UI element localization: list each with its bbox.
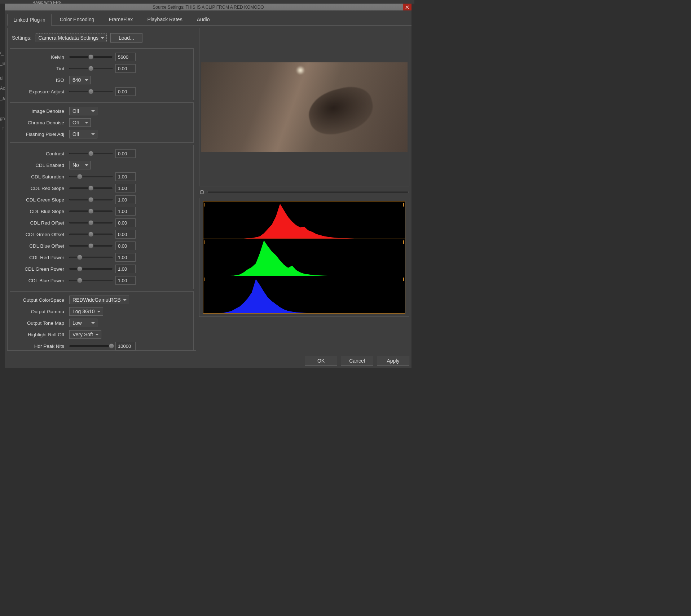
cdl_blue_slope-slider-thumb[interactable] <box>88 209 94 214</box>
cdl_green_slope-label: CDL Green Slope <box>12 197 66 203</box>
contrast-value[interactable]: 0.00 <box>115 149 136 158</box>
row-output_colorspace: Output ColorSpaceREDWideGamutRGB <box>12 295 191 305</box>
cdl_green_offset-label: CDL Green Offset <box>12 232 66 237</box>
row-output_tone_map: Output Tone MapLow <box>12 318 191 328</box>
row-exposure_adjust: Exposure Adjust0.00 <box>12 87 191 96</box>
close-button[interactable] <box>403 4 411 10</box>
scope-blue <box>203 276 405 314</box>
cdl_red_power-slider-thumb[interactable] <box>77 255 83 260</box>
exposure_adjust-slider[interactable] <box>69 91 113 92</box>
iso-dropdown[interactable]: 640 <box>69 76 91 84</box>
row-cdl_saturation: CDL Saturation1.00 <box>12 172 191 181</box>
cdl_green_slope-slider[interactable] <box>69 199 113 200</box>
cdl_blue_offset-slider-thumb[interactable] <box>88 243 94 249</box>
cdl_green_power-slider-thumb[interactable] <box>77 266 83 272</box>
scrub-bar[interactable] <box>199 189 409 196</box>
contrast-slider[interactable] <box>69 153 113 154</box>
image_denoise-dropdown[interactable]: Off <box>69 107 97 115</box>
cdl_green_slope-slider-thumb[interactable] <box>88 197 94 203</box>
cdl_green_offset-slider-thumb[interactable] <box>88 232 94 237</box>
hdr_peak_nits-slider[interactable] <box>69 345 113 347</box>
contrast-slider-thumb[interactable] <box>88 151 94 156</box>
tint-slider[interactable] <box>69 68 113 69</box>
row-cdl_green_power: CDL Green Power1.00 <box>12 264 191 274</box>
cdl_saturation-slider[interactable] <box>69 176 113 177</box>
source-settings-dialog: Source Settings: THIS IS A CLIP FROM A R… <box>5 4 411 368</box>
tint-slider-thumb[interactable] <box>88 66 94 71</box>
hdr_peak_nits-label: Hdr Peak Nits <box>12 344 66 349</box>
row-highlight_roll_off: Highlight Roll OffVery Soft <box>12 330 191 339</box>
settings-dropdown[interactable]: Camera Metadata Settings <box>35 34 107 42</box>
ok-button[interactable]: OK <box>305 356 337 366</box>
kelvin-slider-thumb[interactable] <box>88 54 94 60</box>
preview-container <box>199 28 409 186</box>
highlight_roll_off-dropdown[interactable]: Very Soft <box>69 330 101 339</box>
cdl_green_offset-value[interactable]: 0.00 <box>115 230 136 239</box>
cdl_blue_power-slider-thumb[interactable] <box>77 278 83 283</box>
kelvin-value[interactable]: 5600 <box>115 53 136 61</box>
cdl_blue_power-value[interactable]: 1.00 <box>115 276 136 285</box>
row-image_denoise: Image DenoiseOff <box>12 106 191 116</box>
cdl_green_slope-value[interactable]: 1.00 <box>115 195 136 204</box>
cdl_saturation-value[interactable]: 1.00 <box>115 172 136 181</box>
cdl_blue_slope-slider[interactable] <box>69 210 113 212</box>
output_tone_map-dropdown[interactable]: Low <box>69 319 97 327</box>
scope-red <box>203 201 405 239</box>
cdl_saturation-slider-thumb[interactable] <box>77 174 83 180</box>
tint-value[interactable]: 0.00 <box>115 64 136 73</box>
output_gamma-label: Output Gamma <box>12 309 66 314</box>
tab-color-encoding[interactable]: Color Encoding <box>54 13 101 25</box>
close-icon <box>405 5 409 9</box>
cdl_red_offset-value[interactable]: 0.00 <box>115 218 136 227</box>
flashing_pixel_adj-dropdown[interactable]: Off <box>69 130 97 138</box>
iso-label: ISO <box>12 77 66 83</box>
tab-playback-rates[interactable]: Playback Rates <box>141 13 188 25</box>
cdl_red_power-value[interactable]: 1.00 <box>115 253 136 262</box>
cdl_green_power-slider[interactable] <box>69 268 113 270</box>
exposure_adjust-value[interactable]: 0.00 <box>115 87 136 96</box>
row-iso: ISO640 <box>12 75 191 85</box>
hdr_peak_nits-value[interactable]: 10000 <box>115 342 136 350</box>
contrast-label: Contrast <box>12 151 66 156</box>
controls-panel: Settings: Camera Metadata Settings Load.… <box>7 28 196 351</box>
group-denoise: Image DenoiseOffChroma DenoiseOnFlashing… <box>10 102 194 143</box>
output_colorspace-dropdown[interactable]: REDWideGamutRGB <box>69 296 129 304</box>
cdl_red_slope-slider-thumb[interactable] <box>88 186 94 191</box>
row-chroma_denoise: Chroma DenoiseOn <box>12 118 191 127</box>
load-button[interactable]: Load... <box>110 33 142 43</box>
tab-linked-plug-in[interactable]: Linked Plug-in <box>7 14 52 26</box>
cancel-button[interactable]: Cancel <box>341 356 373 366</box>
row-flashing_pixel_adj: Flashing Pixel AdjOff <box>12 129 191 139</box>
cdl_red_slope-value[interactable]: 1.00 <box>115 184 136 192</box>
cdl_enabled-label: CDL Enabled <box>12 163 66 168</box>
scrub-track[interactable] <box>207 191 409 193</box>
exposure_adjust-slider-thumb[interactable] <box>88 89 94 94</box>
cdl_red_slope-slider[interactable] <box>69 187 113 189</box>
cdl_blue_offset-value[interactable]: 0.00 <box>115 241 136 250</box>
cdl_red_offset-slider-thumb[interactable] <box>88 220 94 226</box>
video-preview <box>201 62 408 152</box>
playhead-icon[interactable] <box>200 190 204 194</box>
apply-button[interactable]: Apply <box>377 356 409 366</box>
cdl_enabled-dropdown[interactable]: No <box>69 161 91 169</box>
tab-frameflex[interactable]: FrameFlex <box>102 13 139 25</box>
cdl_blue_slope-value[interactable]: 1.00 <box>115 207 136 216</box>
cdl_green_power-label: CDL Green Power <box>12 266 66 272</box>
row-cdl_green_slope: CDL Green Slope1.00 <box>12 195 191 204</box>
cdl_blue_power-slider[interactable] <box>69 280 113 281</box>
cdl_red_power-slider[interactable] <box>69 257 113 258</box>
group-output: Output ColorSpaceREDWideGamutRGBOutput G… <box>10 291 194 351</box>
tab-audio[interactable]: Audio <box>191 13 216 25</box>
cdl_green_offset-slider[interactable] <box>69 234 113 235</box>
flashing_pixel_adj-label: Flashing Pixel Adj <box>12 132 66 137</box>
highlight_roll_off-label: Highlight Roll Off <box>12 332 66 337</box>
output_gamma-dropdown[interactable]: Log 3G10 <box>69 307 103 316</box>
row-cdl_blue_power: CDL Blue Power1.00 <box>12 276 191 285</box>
cdl_green_power-value[interactable]: 1.00 <box>115 265 136 273</box>
chroma_denoise-label: Chroma Denoise <box>12 120 66 125</box>
cdl_blue_offset-slider[interactable] <box>69 245 113 247</box>
chroma_denoise-dropdown[interactable]: On <box>69 118 91 127</box>
cdl_red_offset-slider[interactable] <box>69 222 113 223</box>
kelvin-slider[interactable] <box>69 56 113 58</box>
hdr_peak_nits-slider-thumb[interactable] <box>109 344 114 349</box>
